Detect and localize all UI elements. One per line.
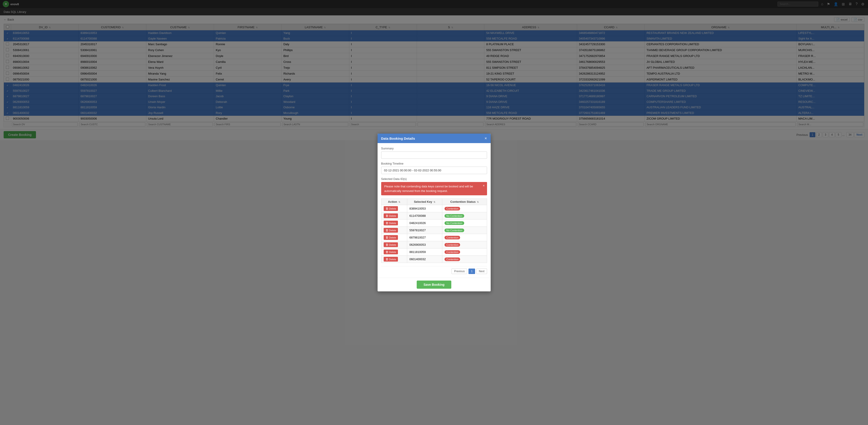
modal-title: Data Booking Details — [381, 136, 415, 140]
modal: Data Booking Details × Summary Booking T… — [377, 134, 491, 140]
modal-overlay[interactable]: Data Booking Details × Summary Booking T… — [0, 0, 868, 140]
modal-close-button[interactable]: × — [485, 136, 487, 140]
modal-header: Data Booking Details × — [377, 134, 491, 140]
